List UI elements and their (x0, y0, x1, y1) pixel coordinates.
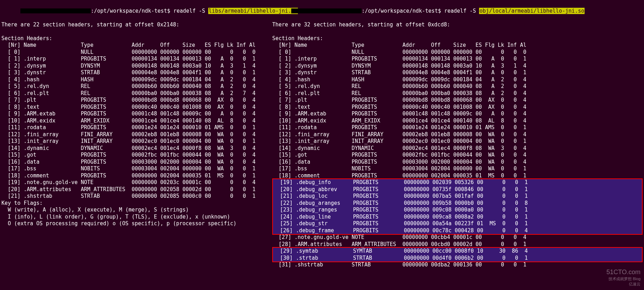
table-row: [ 9] .ARM.extab PROGBITS 00001c48 001c48… (1, 111, 269, 118)
watermark-main: 51CTO.com (606, 268, 640, 276)
table-row: [14] .dynamic DYNAMIC 00002ec4 001ec4 00… (272, 145, 643, 152)
table-row: [ 2] .dynsym DYNSYM 00000148 000148 0003… (1, 63, 269, 70)
table-row: [ 6] .rel.plt REL 00000ba0 000ba0 000038… (1, 90, 269, 97)
table-row: [30] .strtab STRTAB 00000000 00d4f0 0006… (273, 255, 642, 262)
left-section-rows: [ 0] NULL 00000000 000000 000000 00 0 0 … (1, 49, 269, 200)
table-row: [ 8] .text PROGBITS 00000c40 000c40 0010… (272, 104, 643, 111)
left-summary: There are 22 section headers, starting a… (1, 21, 269, 29)
left-terminal-pane[interactable]: :/opt/workspace/ndk-test$ readelf -S lib… (0, 0, 271, 290)
table-row: [19] .debug_info PROGBITS 00000000 00203… (273, 179, 642, 186)
table-row: I (info), L (link order), G (group), T (… (1, 214, 269, 221)
table-row: [ 4] .hash HASH 000009dc 0009dc 000184 0… (1, 76, 269, 83)
right-rows-bottom: [31] .shstrtab STRTAB 00000000 00dba2 00… (272, 261, 643, 269)
table-row: [ 5] .rel.dyn REL 00000b60 000b60 000040… (272, 83, 643, 90)
table-row: [25] .debug_str PROGBITS 00000000 00a54a… (273, 220, 642, 227)
left-section-heading: Section Headers: (1, 35, 269, 42)
table-row: [ 0] NULL 00000000 000000 000000 00 0 0 … (1, 49, 269, 56)
right-file-arg: obj/local/armeabi/libhello-jni.so (479, 8, 585, 14)
redacted-user-host (291, 8, 362, 13)
table-row: [23] .debug_ranges PROGBITS 00000000 009… (273, 207, 642, 214)
table-row: [ 1] .interp PROGBITS 00000134 000134 00… (1, 56, 269, 63)
table-row: [21] .debug_loc PROGBITS 00000000 007ba5… (273, 193, 642, 200)
table-row: [ 1] .interp PROGBITS 00000134 000134 00… (272, 56, 643, 63)
watermark: 51CTO.com 技术成就梦想 Blog 亿速云 (606, 268, 640, 286)
table-row: [19] .note.gnu.gold-ve NOTE 00000000 002… (1, 179, 269, 186)
table-row: [17] .bss NOBITS 00003004 002004 000000 … (1, 165, 269, 172)
left-prompt-path: :/opt/workspace/ndk-test$ (91, 8, 173, 14)
left-columns-header: [Nr] Name Type Addr Off Size ES Flg Lk I… (1, 42, 269, 49)
left-key-lines: W (write), A (alloc), X (execute), M (me… (1, 207, 269, 227)
table-row: [29] .symtab SYMTAB 00000000 00cc00 0008… (273, 248, 642, 255)
table-row: [ 4] .hash HASH 000009dc 0009dc 000184 0… (272, 76, 643, 83)
table-row: [26] .debug_frame PROGBITS 00000000 00c7… (273, 227, 642, 234)
right-section-heading: Section Headers: (272, 35, 643, 42)
table-row: [11] .rodata PROGBITS 00001e24 001e24 00… (1, 124, 269, 131)
right-prompt-path: :/opt/workspace/ndk-test$ (362, 8, 444, 14)
table-row: [16] .data PROGBITS 00003000 002000 0000… (272, 159, 643, 166)
table-row: [31] .shstrtab STRTAB 00000000 00dba2 00… (272, 261, 643, 269)
table-row: [ 2] .dynsym DYNSYM 00000148 000148 0003… (272, 63, 643, 70)
table-row: [15] .got PROGBITS 00002fbc 001fbc 00004… (272, 152, 643, 159)
table-row: [12] .fini_array FINI_ARRAY 00002eb8 001… (1, 131, 269, 138)
watermark-brand: 亿速云 (606, 282, 640, 286)
table-row: O (extra OS processing required) o (OS s… (1, 220, 269, 227)
table-row: [ 9] .ARM.extab PROGBITS 00001c48 001c48… (272, 111, 643, 118)
table-row: [13] .init_array INIT_ARRAY 00002ec0 001… (1, 138, 269, 145)
table-row: [ 6] .rel.plt REL 00000ba0 000ba0 000038… (272, 90, 643, 97)
redacted-user-host (20, 8, 91, 13)
right-summary: There are 32 section headers, starting a… (272, 21, 643, 29)
table-row: [20] .debug_abbrev PROGBITS 00000000 007… (273, 186, 642, 193)
symtab-sections-highlight-box: [29] .symtab SYMTAB 00000000 00cc00 0008… (272, 247, 643, 262)
right-columns-header: [Nr] Name Type Addr Off Size ES Flg Lk I… (272, 42, 643, 49)
left-key-heading: Key to Flags: (1, 200, 269, 207)
table-row: [17] .bss NOBITS 00003004 002004 000000 … (272, 165, 643, 172)
table-row: [13] .init_array INIT_ARRAY 00002ec0 001… (272, 138, 643, 145)
left-prompt-line: :/opt/workspace/ndk-test$ readelf -S lib… (1, 1, 269, 21)
left-command: readelf -S (173, 8, 208, 14)
table-row: [24] .debug_line PROGBITS 00000000 009ca… (273, 214, 642, 221)
terminal-split-view: :/opt/workspace/ndk-test$ readelf -S lib… (0, 0, 644, 290)
table-row: [11] .rodata PROGBITS 00001e24 001e24 00… (272, 124, 643, 131)
right-terminal-pane[interactable]: :/opt/workspace/ndk-test$ readelf -S obj… (271, 0, 644, 290)
table-row: [10] .ARM.exidx ARM_EXIDX 00001ce4 001ce… (1, 118, 269, 125)
debug-sections-highlight-box: [19] .debug_info PROGBITS 00000000 00203… (272, 178, 643, 235)
table-row: [18] .comment PROGBITS 00000000 002004 0… (1, 172, 269, 179)
table-row: [ 3] .dynstr STRTAB 000004e8 0004e8 0004… (1, 69, 269, 76)
table-row: [20] .ARM.attributes ARM_ATTRIBUTES 0000… (1, 186, 269, 193)
table-row: [ 5] .rel.dyn REL 00000b60 000b60 000040… (1, 83, 269, 90)
table-row: [27] .note.gnu.gold-ve NOTE 00000000 00c… (272, 234, 643, 241)
table-row: [16] .data PROGBITS 00003000 002000 0000… (1, 159, 269, 166)
table-row: [10] .ARM.exidx ARM_EXIDX 00001ce4 001ce… (272, 118, 643, 125)
right-command: readelf -S (444, 8, 479, 14)
table-row: W (write), A (alloc), X (execute), M (me… (1, 207, 269, 214)
right-rows-top: [ 0] NULL 00000000 000000 000000 00 0 0 … (272, 49, 643, 179)
table-row: [ 3] .dynstr STRTAB 000004e8 0004e8 0004… (272, 69, 643, 76)
right-rows-mid: [27] .note.gnu.gold-ve NOTE 00000000 00c… (272, 234, 643, 248)
table-row: [ 0] NULL 00000000 000000 000000 00 0 0 … (272, 49, 643, 56)
watermark-sub: 技术成就梦想 Blog (606, 276, 640, 281)
table-row: [14] .dynamic DYNAMIC 00002ec4 001ec4 00… (1, 145, 269, 152)
table-row: [15] .got PROGBITS 00002fbc 001fbc 00004… (1, 152, 269, 159)
blank-line (272, 28, 643, 35)
right-prompt-line: :/opt/workspace/ndk-test$ readelf -S obj… (272, 1, 643, 21)
table-row: [22] .debug_aranges PROGBITS 00000000 00… (273, 200, 642, 207)
table-row: [21] .shstrtab STRTAB 00000000 002085 00… (1, 193, 269, 200)
table-row: [ 8] .text PROGBITS 00000c40 000c40 0010… (1, 104, 269, 111)
table-row: [ 7] .plt PROGBITS 00000bd8 000bd8 00006… (1, 97, 269, 104)
table-row: [ 7] .plt PROGBITS 00000bd8 000bd8 00006… (272, 97, 643, 104)
blank-line (1, 28, 269, 35)
table-row: [12] .fini_array FINI_ARRAY 00002eb8 001… (272, 131, 643, 138)
